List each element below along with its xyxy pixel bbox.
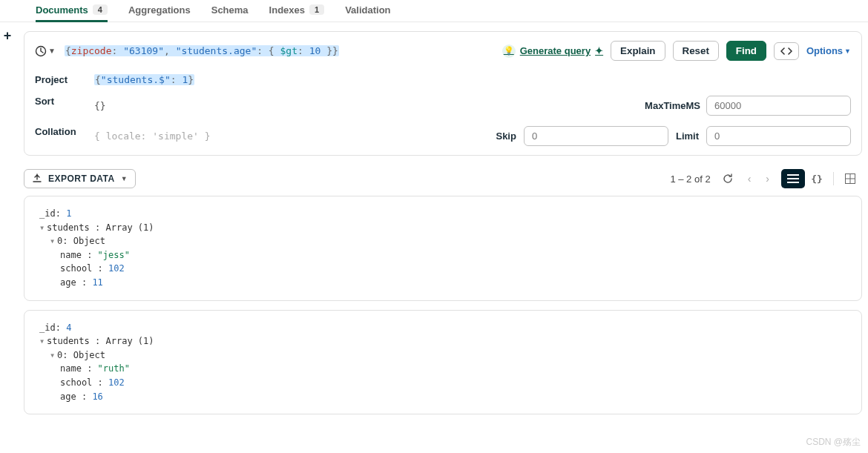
code-view-button[interactable] xyxy=(774,42,799,60)
next-page-button[interactable]: › xyxy=(763,173,772,185)
tab-indexes-label: Indexes xyxy=(269,4,305,16)
caret-down-icon[interactable]: ▾ xyxy=(39,334,47,348)
tab-documents-badge: 4 xyxy=(93,4,108,15)
json-view-button[interactable]: {} xyxy=(805,169,829,188)
tab-documents[interactable]: Documents 4 xyxy=(36,0,108,22)
braces-icon: {} xyxy=(811,173,823,185)
project-input[interactable]: {"students.$": 1} xyxy=(94,74,851,85)
sort-label: Sort xyxy=(35,96,94,116)
generate-query-label: Generate query xyxy=(520,45,591,56)
document-card[interactable]: _id: 1 ▾students : Array (1) ▾0: Object … xyxy=(24,196,862,301)
clock-icon xyxy=(35,45,47,57)
export-data-button[interactable]: EXPORT DATA ▼ xyxy=(24,169,136,188)
tab-indexes-badge: 1 xyxy=(309,4,324,15)
chevron-down-icon: ▼ xyxy=(121,175,128,182)
caret-down-icon[interactable]: ▾ xyxy=(50,348,57,363)
project-label: Project xyxy=(35,74,94,85)
export-icon xyxy=(32,173,42,184)
tab-schema[interactable]: Schema xyxy=(211,0,249,22)
tab-aggregations-label: Aggregations xyxy=(128,4,191,16)
collation-label: Collation xyxy=(35,126,94,146)
table-view-button[interactable] xyxy=(838,169,862,188)
chevron-down-icon: ▼ xyxy=(48,47,56,55)
filter-input[interactable]: {zipcode: "63109", "students.age": { $gt… xyxy=(65,45,493,56)
query-panel: ▼ {zipcode: "63109", "students.age": { $… xyxy=(24,31,862,156)
sparkle-icon: ✦ xyxy=(595,45,603,56)
options-dropdown[interactable]: Options ▼ xyxy=(806,45,851,56)
limit-label: Limit xyxy=(676,130,699,142)
find-button[interactable]: Find xyxy=(726,41,766,61)
sort-input[interactable]: {} xyxy=(94,100,106,111)
generate-query-link[interactable]: 💡 Generate query ✦ xyxy=(502,44,603,58)
document-card[interactable]: _id: 4 ▾students : Array (1) ▾0: Object … xyxy=(24,310,862,415)
code-icon xyxy=(780,46,792,56)
tab-schema-label: Schema xyxy=(211,4,249,16)
list-view-button[interactable] xyxy=(781,169,805,188)
collation-input[interactable]: { locale: 'simple' } xyxy=(94,130,488,142)
chevron-down-icon: ▼ xyxy=(844,47,851,55)
tab-documents-label: Documents xyxy=(36,4,88,16)
result-count: 1 – 2 of 2 xyxy=(670,173,710,185)
separator xyxy=(833,172,834,185)
refresh-icon xyxy=(723,173,733,184)
history-dropdown[interactable]: ▼ xyxy=(35,45,56,57)
lightbulb-icon: 💡 xyxy=(502,44,516,58)
maxtime-input[interactable] xyxy=(706,96,851,116)
caret-down-icon[interactable]: ▾ xyxy=(39,221,47,235)
tab-indexes[interactable]: Indexes 1 xyxy=(269,0,325,22)
tab-validation[interactable]: Validation xyxy=(345,0,390,22)
add-tab-icon[interactable]: + xyxy=(0,28,15,44)
tabs-bar: Documents 4 Aggregations Schema Indexes … xyxy=(0,0,868,22)
reset-button[interactable]: Reset xyxy=(673,41,719,61)
tab-validation-label: Validation xyxy=(345,4,390,16)
prev-page-button[interactable]: ‹ xyxy=(745,173,754,185)
list-icon xyxy=(787,174,799,183)
refresh-button[interactable] xyxy=(720,173,736,184)
tab-aggregations[interactable]: Aggregations xyxy=(128,0,191,22)
watermark: CSDN @殇尘 xyxy=(806,436,861,449)
export-label: EXPORT DATA xyxy=(48,173,115,184)
table-icon xyxy=(845,173,855,184)
explain-button[interactable]: Explain xyxy=(611,41,665,61)
maxtime-label: MaxTimeMS xyxy=(645,100,700,111)
limit-input[interactable] xyxy=(706,126,851,146)
skip-label: Skip xyxy=(496,130,516,142)
skip-input[interactable] xyxy=(524,126,668,146)
options-label: Options xyxy=(806,45,843,56)
caret-down-icon[interactable]: ▾ xyxy=(50,234,57,248)
